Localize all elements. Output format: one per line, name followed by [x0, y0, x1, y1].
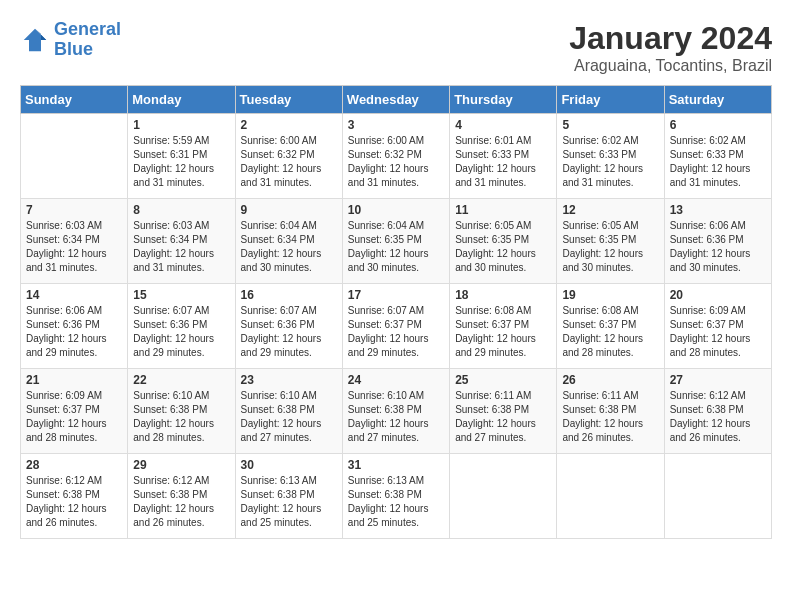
day-info: Sunrise: 6:11 AM Sunset: 6:38 PM Dayligh…	[562, 389, 658, 445]
calendar-cell: 30Sunrise: 6:13 AM Sunset: 6:38 PM Dayli…	[235, 454, 342, 539]
day-info: Sunrise: 6:04 AM Sunset: 6:35 PM Dayligh…	[348, 219, 444, 275]
day-info: Sunrise: 6:07 AM Sunset: 6:37 PM Dayligh…	[348, 304, 444, 360]
calendar-cell: 7Sunrise: 6:03 AM Sunset: 6:34 PM Daylig…	[21, 199, 128, 284]
calendar-week-row: 14Sunrise: 6:06 AM Sunset: 6:36 PM Dayli…	[21, 284, 772, 369]
weekday-header-cell: Saturday	[664, 86, 771, 114]
day-info: Sunrise: 6:06 AM Sunset: 6:36 PM Dayligh…	[670, 219, 766, 275]
calendar-cell: 10Sunrise: 6:04 AM Sunset: 6:35 PM Dayli…	[342, 199, 449, 284]
calendar-cell	[664, 454, 771, 539]
calendar-cell	[21, 114, 128, 199]
calendar-cell	[450, 454, 557, 539]
day-number: 11	[455, 203, 551, 217]
logo-icon	[20, 25, 50, 55]
day-info: Sunrise: 6:12 AM Sunset: 6:38 PM Dayligh…	[133, 474, 229, 530]
day-number: 7	[26, 203, 122, 217]
month-title: January 2024	[569, 20, 772, 57]
calendar-cell: 14Sunrise: 6:06 AM Sunset: 6:36 PM Dayli…	[21, 284, 128, 369]
calendar-week-row: 7Sunrise: 6:03 AM Sunset: 6:34 PM Daylig…	[21, 199, 772, 284]
calendar-cell: 17Sunrise: 6:07 AM Sunset: 6:37 PM Dayli…	[342, 284, 449, 369]
day-number: 19	[562, 288, 658, 302]
calendar-cell: 21Sunrise: 6:09 AM Sunset: 6:37 PM Dayli…	[21, 369, 128, 454]
calendar-cell: 1Sunrise: 5:59 AM Sunset: 6:31 PM Daylig…	[128, 114, 235, 199]
day-info: Sunrise: 6:02 AM Sunset: 6:33 PM Dayligh…	[562, 134, 658, 190]
day-info: Sunrise: 6:02 AM Sunset: 6:33 PM Dayligh…	[670, 134, 766, 190]
day-info: Sunrise: 6:05 AM Sunset: 6:35 PM Dayligh…	[455, 219, 551, 275]
calendar-week-row: 1Sunrise: 5:59 AM Sunset: 6:31 PM Daylig…	[21, 114, 772, 199]
day-info: Sunrise: 6:12 AM Sunset: 6:38 PM Dayligh…	[26, 474, 122, 530]
day-info: Sunrise: 6:10 AM Sunset: 6:38 PM Dayligh…	[348, 389, 444, 445]
calendar-cell: 2Sunrise: 6:00 AM Sunset: 6:32 PM Daylig…	[235, 114, 342, 199]
calendar-cell: 31Sunrise: 6:13 AM Sunset: 6:38 PM Dayli…	[342, 454, 449, 539]
weekday-header-row: SundayMondayTuesdayWednesdayThursdayFrid…	[21, 86, 772, 114]
day-number: 16	[241, 288, 337, 302]
day-number: 9	[241, 203, 337, 217]
calendar-cell: 15Sunrise: 6:07 AM Sunset: 6:36 PM Dayli…	[128, 284, 235, 369]
calendar-cell: 23Sunrise: 6:10 AM Sunset: 6:38 PM Dayli…	[235, 369, 342, 454]
day-info: Sunrise: 6:12 AM Sunset: 6:38 PM Dayligh…	[670, 389, 766, 445]
day-number: 23	[241, 373, 337, 387]
calendar-cell: 19Sunrise: 6:08 AM Sunset: 6:37 PM Dayli…	[557, 284, 664, 369]
calendar-cell: 6Sunrise: 6:02 AM Sunset: 6:33 PM Daylig…	[664, 114, 771, 199]
day-number: 17	[348, 288, 444, 302]
day-number: 15	[133, 288, 229, 302]
calendar-cell: 3Sunrise: 6:00 AM Sunset: 6:32 PM Daylig…	[342, 114, 449, 199]
day-number: 21	[26, 373, 122, 387]
day-info: Sunrise: 6:10 AM Sunset: 6:38 PM Dayligh…	[133, 389, 229, 445]
calendar-cell: 24Sunrise: 6:10 AM Sunset: 6:38 PM Dayli…	[342, 369, 449, 454]
calendar-cell: 27Sunrise: 6:12 AM Sunset: 6:38 PM Dayli…	[664, 369, 771, 454]
weekday-header-cell: Monday	[128, 86, 235, 114]
calendar-week-row: 28Sunrise: 6:12 AM Sunset: 6:38 PM Dayli…	[21, 454, 772, 539]
calendar-cell: 5Sunrise: 6:02 AM Sunset: 6:33 PM Daylig…	[557, 114, 664, 199]
day-number: 14	[26, 288, 122, 302]
day-number: 4	[455, 118, 551, 132]
calendar-week-row: 21Sunrise: 6:09 AM Sunset: 6:37 PM Dayli…	[21, 369, 772, 454]
day-number: 22	[133, 373, 229, 387]
day-number: 31	[348, 458, 444, 472]
weekday-header-cell: Wednesday	[342, 86, 449, 114]
day-number: 27	[670, 373, 766, 387]
day-number: 26	[562, 373, 658, 387]
day-number: 6	[670, 118, 766, 132]
day-number: 24	[348, 373, 444, 387]
day-number: 18	[455, 288, 551, 302]
calendar-cell: 25Sunrise: 6:11 AM Sunset: 6:38 PM Dayli…	[450, 369, 557, 454]
day-number: 25	[455, 373, 551, 387]
calendar-cell: 18Sunrise: 6:08 AM Sunset: 6:37 PM Dayli…	[450, 284, 557, 369]
day-info: Sunrise: 6:13 AM Sunset: 6:38 PM Dayligh…	[348, 474, 444, 530]
calendar-cell: 4Sunrise: 6:01 AM Sunset: 6:33 PM Daylig…	[450, 114, 557, 199]
title-block: January 2024 Araguaina, Tocantins, Brazi…	[569, 20, 772, 75]
day-number: 12	[562, 203, 658, 217]
day-info: Sunrise: 6:08 AM Sunset: 6:37 PM Dayligh…	[455, 304, 551, 360]
calendar-cell: 9Sunrise: 6:04 AM Sunset: 6:34 PM Daylig…	[235, 199, 342, 284]
weekday-header-cell: Friday	[557, 86, 664, 114]
calendar-cell: 12Sunrise: 6:05 AM Sunset: 6:35 PM Dayli…	[557, 199, 664, 284]
day-number: 29	[133, 458, 229, 472]
calendar-cell: 26Sunrise: 6:11 AM Sunset: 6:38 PM Dayli…	[557, 369, 664, 454]
day-info: Sunrise: 6:13 AM Sunset: 6:38 PM Dayligh…	[241, 474, 337, 530]
day-info: Sunrise: 6:00 AM Sunset: 6:32 PM Dayligh…	[241, 134, 337, 190]
calendar-cell: 29Sunrise: 6:12 AM Sunset: 6:38 PM Dayli…	[128, 454, 235, 539]
calendar-cell: 20Sunrise: 6:09 AM Sunset: 6:37 PM Dayli…	[664, 284, 771, 369]
day-info: Sunrise: 6:09 AM Sunset: 6:37 PM Dayligh…	[670, 304, 766, 360]
day-info: Sunrise: 6:03 AM Sunset: 6:34 PM Dayligh…	[26, 219, 122, 275]
weekday-header-cell: Sunday	[21, 86, 128, 114]
day-info: Sunrise: 6:03 AM Sunset: 6:34 PM Dayligh…	[133, 219, 229, 275]
calendar-cell	[557, 454, 664, 539]
calendar-table: SundayMondayTuesdayWednesdayThursdayFrid…	[20, 85, 772, 539]
calendar-cell: 22Sunrise: 6:10 AM Sunset: 6:38 PM Dayli…	[128, 369, 235, 454]
calendar-body: 1Sunrise: 5:59 AM Sunset: 6:31 PM Daylig…	[21, 114, 772, 539]
day-number: 10	[348, 203, 444, 217]
day-number: 20	[670, 288, 766, 302]
day-number: 30	[241, 458, 337, 472]
day-info: Sunrise: 6:01 AM Sunset: 6:33 PM Dayligh…	[455, 134, 551, 190]
day-info: Sunrise: 6:08 AM Sunset: 6:37 PM Dayligh…	[562, 304, 658, 360]
day-info: Sunrise: 6:06 AM Sunset: 6:36 PM Dayligh…	[26, 304, 122, 360]
day-number: 2	[241, 118, 337, 132]
page-header: General Blue January 2024 Araguaina, Toc…	[20, 20, 772, 75]
day-info: Sunrise: 6:09 AM Sunset: 6:37 PM Dayligh…	[26, 389, 122, 445]
calendar-cell: 16Sunrise: 6:07 AM Sunset: 6:36 PM Dayli…	[235, 284, 342, 369]
day-number: 5	[562, 118, 658, 132]
day-number: 3	[348, 118, 444, 132]
day-number: 28	[26, 458, 122, 472]
weekday-header-cell: Thursday	[450, 86, 557, 114]
